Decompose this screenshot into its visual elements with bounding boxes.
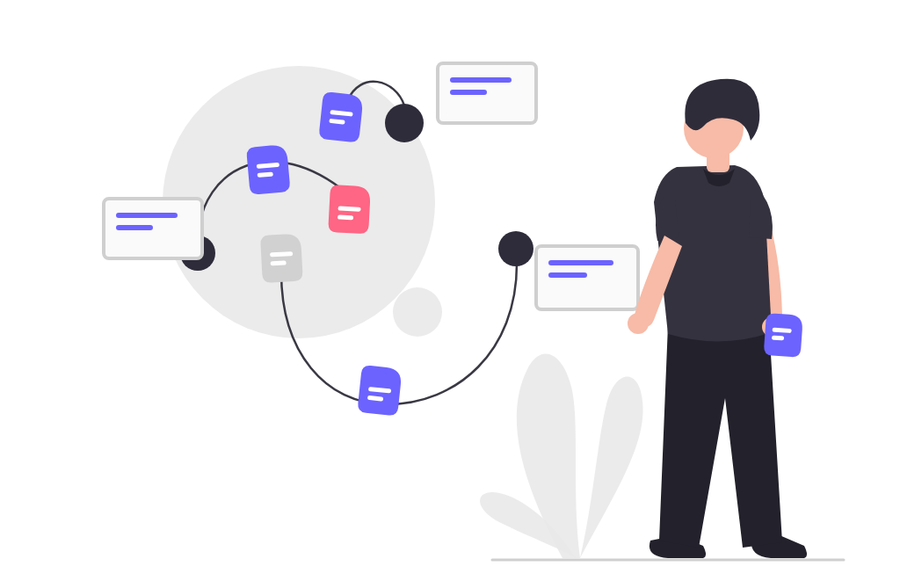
svg-rect-7 (271, 260, 287, 265)
svg-rect-12 (450, 90, 487, 95)
plant-decoration (480, 354, 642, 558)
illustration-canvas (0, 0, 900, 588)
svg-rect-18 (548, 272, 587, 278)
doc-in-hand (764, 313, 803, 358)
node-top (385, 104, 424, 142)
doc-center-grey (260, 234, 303, 283)
svg-rect-15 (116, 225, 153, 230)
doc-upper-left (246, 144, 291, 195)
svg-rect-5 (338, 214, 353, 220)
card-left (104, 199, 202, 258)
svg-rect-17 (548, 260, 613, 265)
node-right (498, 231, 533, 266)
doc-center-red (328, 185, 371, 234)
svg-point-19 (628, 313, 649, 334)
svg-rect-24 (772, 335, 784, 340)
svg-rect-11 (450, 77, 512, 83)
card-top (438, 63, 536, 123)
doc-top (318, 91, 363, 143)
card-right (536, 246, 638, 309)
svg-rect-14 (116, 213, 178, 218)
doc-bottom (357, 365, 402, 417)
bg-circle-small (393, 287, 442, 337)
